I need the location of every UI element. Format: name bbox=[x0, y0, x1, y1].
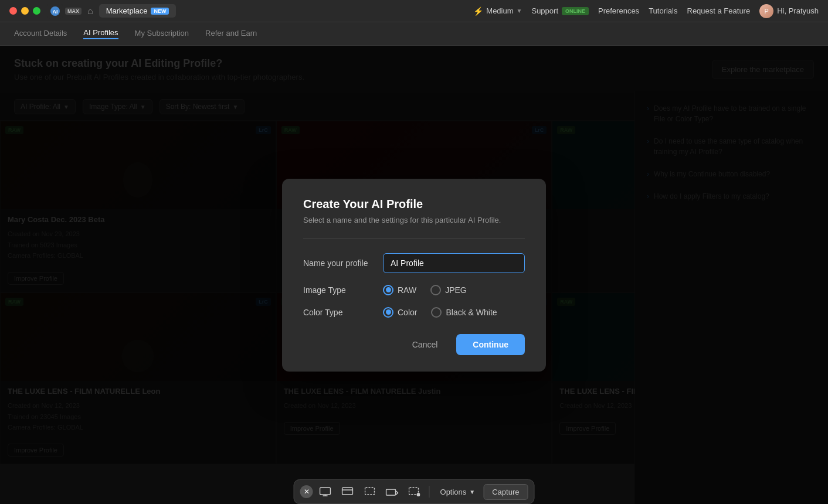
marketplace-tab[interactable]: Marketplace NEW bbox=[99, 4, 177, 18]
app-icon: AI bbox=[47, 4, 63, 19]
jpeg-radio[interactable] bbox=[430, 285, 441, 295]
color-label: Color bbox=[398, 308, 417, 317]
chevron-down-icon: ▼ bbox=[469, 489, 475, 495]
color-option[interactable]: Color bbox=[383, 307, 417, 318]
traffic-lights bbox=[9, 7, 40, 15]
options-button[interactable]: Options ▼ bbox=[435, 485, 481, 499]
svg-rect-9 bbox=[409, 488, 419, 495]
titlebar: AI MAX ⌂ Marketplace NEW ⚡ Medium ▼ Supp… bbox=[0, 0, 828, 22]
toolbar-region-btn[interactable] bbox=[405, 483, 425, 500]
svg-point-10 bbox=[417, 493, 420, 496]
image-type-options: RAW JPEG bbox=[383, 285, 525, 295]
name-input[interactable] bbox=[383, 253, 525, 273]
svg-rect-5 bbox=[342, 488, 353, 495]
modal-footer: Cancel Continue bbox=[303, 334, 525, 355]
main-layout: Stuck on creating your AI Editing Profil… bbox=[0, 46, 828, 504]
svg-rect-8 bbox=[386, 489, 396, 495]
name-row: Name your profile bbox=[303, 253, 525, 273]
speed-label: Medium bbox=[486, 6, 513, 15]
modal-divider bbox=[303, 239, 525, 239]
toolbar-separator bbox=[429, 486, 430, 498]
tutorials-button[interactable]: Tutorials bbox=[649, 6, 677, 15]
modal-title: Create Your AI Profile bbox=[303, 197, 525, 211]
color-type-row: Color Type Color Black & White bbox=[303, 307, 525, 318]
preferences-button[interactable]: Preferences bbox=[598, 6, 639, 15]
lightning-icon: ⚡ bbox=[473, 6, 483, 16]
bw-option[interactable]: Black & White bbox=[431, 307, 497, 318]
speed-selector[interactable]: ⚡ Medium ▼ bbox=[473, 6, 522, 16]
image-type-row: Image Type RAW JPEG bbox=[303, 285, 525, 295]
home-icon[interactable]: ⌂ bbox=[87, 6, 93, 16]
main-content: Stuck on creating your AI Editing Profil… bbox=[0, 46, 828, 504]
jpeg-label: JPEG bbox=[445, 285, 467, 295]
create-ai-profile-modal: Create Your AI Profile Select a name and… bbox=[282, 179, 546, 372]
bottom-toolbar: ✕ Options ▼ Capture bbox=[294, 479, 535, 504]
modal-overlay: Create Your AI Profile Select a name and… bbox=[0, 46, 828, 504]
color-type-options: Color Black & White bbox=[383, 307, 525, 318]
raw-radio[interactable] bbox=[383, 285, 393, 295]
cancel-button[interactable]: Cancel bbox=[401, 334, 450, 355]
request-feature-button[interactable]: Request a Feature bbox=[687, 6, 751, 15]
subnav-ai-profiles[interactable]: AI Profiles bbox=[83, 28, 118, 39]
subnav: Account Details AI Profiles My Subscript… bbox=[0, 22, 828, 46]
name-label: Name your profile bbox=[303, 258, 374, 268]
online-badge: ONLINE bbox=[562, 7, 589, 15]
bw-label: Black & White bbox=[446, 308, 497, 317]
max-badge: MAX bbox=[65, 8, 82, 15]
color-type-label: Color Type bbox=[303, 308, 374, 317]
svg-text:AI: AI bbox=[53, 9, 58, 15]
toolbar-selection-btn[interactable] bbox=[360, 483, 380, 500]
toolbar-close-button[interactable]: ✕ bbox=[300, 485, 313, 498]
chevron-down-icon: ▼ bbox=[517, 8, 522, 14]
image-type-label: Image Type bbox=[303, 285, 374, 295]
subnav-refer-earn[interactable]: Refer and Earn bbox=[205, 29, 257, 39]
jpeg-option[interactable]: JPEG bbox=[430, 285, 467, 295]
color-radio-inner bbox=[386, 309, 391, 315]
raw-option[interactable]: RAW bbox=[383, 285, 416, 295]
continue-button[interactable]: Continue bbox=[456, 334, 525, 355]
minimize-button[interactable] bbox=[21, 7, 29, 15]
close-button[interactable] bbox=[9, 7, 17, 15]
support-label: Support bbox=[531, 6, 558, 15]
modal-subtitle: Select a name and the settings for this … bbox=[303, 216, 525, 224]
capture-button[interactable]: Capture bbox=[483, 484, 528, 500]
user-area: P Hi, Pratyush bbox=[759, 4, 819, 18]
subnav-account-details[interactable]: Account Details bbox=[14, 29, 67, 39]
subnav-my-subscription[interactable]: My Subscription bbox=[135, 29, 189, 39]
svg-rect-7 bbox=[365, 488, 375, 495]
bw-radio[interactable] bbox=[431, 307, 442, 318]
maximize-button[interactable] bbox=[33, 7, 40, 15]
color-radio[interactable] bbox=[383, 307, 393, 318]
titlebar-right: ⚡ Medium ▼ Support ONLINE Preferences Tu… bbox=[473, 4, 819, 18]
support-button[interactable]: Support ONLINE bbox=[531, 6, 589, 15]
options-label: Options bbox=[440, 488, 467, 496]
toolbar-scrolling-btn[interactable] bbox=[382, 483, 402, 500]
avatar: P bbox=[759, 4, 773, 18]
raw-radio-inner bbox=[386, 287, 391, 292]
marketplace-label: Marketplace bbox=[106, 6, 148, 15]
toolbar-window-btn[interactable] bbox=[338, 483, 358, 500]
raw-label: RAW bbox=[398, 285, 416, 295]
new-badge: NEW bbox=[151, 8, 169, 15]
svg-rect-2 bbox=[320, 488, 331, 495]
toolbar-screen-btn[interactable] bbox=[315, 483, 335, 500]
user-name: Hi, Pratyush bbox=[777, 6, 819, 15]
